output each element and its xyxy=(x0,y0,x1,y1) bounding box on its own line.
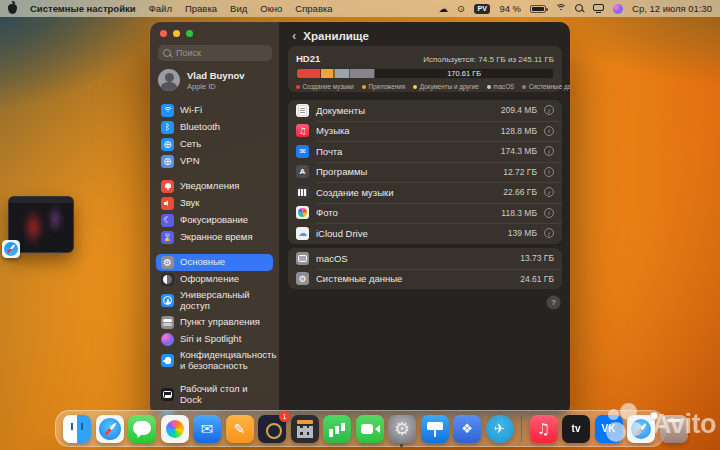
sidebar-search[interactable] xyxy=(158,45,272,61)
row-label: Фото xyxy=(316,207,338,218)
sidebar-item-privacy[interactable]: Конфиденциальность и безопасность xyxy=(156,348,273,374)
bell-icon xyxy=(161,180,174,193)
menu-clock[interactable]: Ср, 12 июля 01:30 xyxy=(632,3,712,14)
legend-label: Приложения xyxy=(368,83,405,90)
dock: ✉ ✎ 1 ⚙ ❖ ✈ ♫ tv VK xyxy=(55,410,665,447)
sidebar-item-label: Wi-Fi xyxy=(180,105,202,116)
dock-finder[interactable] xyxy=(63,415,91,443)
spotlight-search-icon[interactable] xyxy=(575,4,584,13)
sidebar-item-label: Фокусирование xyxy=(180,215,248,226)
dock-messages[interactable] xyxy=(128,415,156,443)
cloud-icon[interactable]: ☁ xyxy=(439,3,449,14)
safari-badge-icon[interactable] xyxy=(2,240,20,258)
info-icon[interactable]: i xyxy=(544,187,554,197)
dock-pages[interactable]: ✎ xyxy=(226,415,254,443)
legend-dot xyxy=(487,85,491,89)
dock-apple-tv[interactable]: tv xyxy=(562,415,590,443)
menu-edit[interactable]: Правка xyxy=(185,3,217,14)
dock-system-settings[interactable]: ⚙ xyxy=(388,415,416,443)
mail-icon: ✉ xyxy=(296,145,309,158)
row-size: 24.61 ГБ xyxy=(520,274,554,284)
row-label: Музыка xyxy=(316,125,350,136)
sidebar-item-siri-spotlight[interactable]: Siri и Spotlight xyxy=(156,331,273,348)
dock-keynote[interactable] xyxy=(421,415,449,443)
sidebar-item-bluetooth[interactable]: ᛒ Bluetooth xyxy=(156,119,273,136)
close-button[interactable] xyxy=(160,30,167,37)
desktop: Системные настройки Файл Правка Вид Окно… xyxy=(0,0,720,450)
row-macos: macOS 13.73 ГБ xyxy=(288,248,562,269)
sidebar-item-screentime[interactable]: ⌛ Экранное время xyxy=(156,229,273,246)
sidebar-item-notifications[interactable]: Уведомления xyxy=(156,178,273,195)
dock-music[interactable]: ♫ xyxy=(530,415,558,443)
macos-icon xyxy=(296,252,309,265)
settings-sidebar: Vlad Buynov Apple ID Wi-Fi ᛒ Bluetooth ⊕… xyxy=(150,22,280,416)
display-mirroring-icon[interactable] xyxy=(593,4,604,13)
back-chevron-icon[interactable]: ‹ xyxy=(292,29,296,42)
info-icon[interactable]: i xyxy=(544,167,554,177)
info-icon[interactable]: i xyxy=(544,146,554,156)
menu-file[interactable]: Файл xyxy=(149,3,172,14)
sidebar-item-label: Звук xyxy=(180,198,199,209)
sidebar-item-label: Конфиденциальность и безопасность xyxy=(180,350,276,372)
dock-blocks-app[interactable]: ❖ xyxy=(453,415,481,443)
wifi-status-icon[interactable] xyxy=(555,4,566,13)
storage-segment xyxy=(350,69,376,78)
search-icon xyxy=(163,49,172,58)
sidebar-item-accessibility[interactable]: Универсальный доступ xyxy=(156,288,273,314)
menu-view[interactable]: Вид xyxy=(230,3,247,14)
dock-photos[interactable] xyxy=(161,415,189,443)
moon-icon: ☾ xyxy=(161,214,174,227)
sidebar-item-general[interactable]: ⚙ Основные xyxy=(156,254,273,271)
sidebar-item-network[interactable]: ⊕ Сеть xyxy=(156,136,273,153)
sidebar-item-desktop-dock[interactable]: Рабочий стол и Dock xyxy=(156,382,273,408)
sidebar-item-vpn[interactable]: ⊕ VPN xyxy=(156,153,273,170)
info-icon[interactable]: i xyxy=(544,105,554,115)
menu-app-name[interactable]: Системные настройки xyxy=(30,3,136,14)
help-button[interactable]: ? xyxy=(547,296,560,309)
sidebar-item-wifi[interactable]: Wi-Fi xyxy=(156,102,273,119)
info-icon[interactable]: i xyxy=(544,126,554,136)
legend-dot xyxy=(522,85,526,89)
sidebar-item-label: VPN xyxy=(180,156,200,167)
minimize-button[interactable] xyxy=(173,30,180,37)
legend-dot xyxy=(296,85,300,89)
legend-label: Системные данные xyxy=(529,83,570,90)
pv-status-badge[interactable]: PV xyxy=(474,4,490,14)
accessibility-icon xyxy=(161,294,174,307)
dock-calculator[interactable] xyxy=(291,415,319,443)
sidebar-item-label: Сеть xyxy=(180,139,201,150)
menu-help[interactable]: Справка xyxy=(295,3,332,14)
gear-icon: ⚙ xyxy=(161,256,174,269)
apple-menu-icon[interactable] xyxy=(8,4,17,14)
dock-finance-app[interactable]: 1 xyxy=(258,415,286,443)
search-input[interactable] xyxy=(176,48,261,58)
dock-charts-app[interactable] xyxy=(323,415,351,443)
page-title: Хранилище xyxy=(303,30,369,42)
apple-id-profile[interactable]: Vlad Buynov Apple ID xyxy=(158,69,245,91)
sidebar-item-sound[interactable]: Звук xyxy=(156,195,273,212)
legend-label: Создание музыки xyxy=(303,83,354,90)
avito-watermark: Avito xyxy=(606,403,716,445)
speaker-icon xyxy=(161,197,174,210)
sidebar-item-focus[interactable]: ☾ Фокусирование xyxy=(156,212,273,229)
dock-safari[interactable] xyxy=(96,415,124,443)
row-size: 13.73 ГБ xyxy=(520,253,554,263)
battery-icon[interactable] xyxy=(530,5,546,13)
row-photos: Фото 118.3 МБ i xyxy=(288,203,562,224)
sidebar-item-appearance[interactable]: Оформление xyxy=(156,271,273,288)
dock-mail[interactable]: ✉ xyxy=(193,415,221,443)
siri-icon[interactable] xyxy=(613,4,623,14)
info-icon[interactable]: i xyxy=(544,208,554,218)
sidebar-item-label: Основные xyxy=(180,257,225,268)
sidebar-item-control-center[interactable]: Пункт управления xyxy=(156,314,273,331)
menu-window[interactable]: Окно xyxy=(260,3,282,14)
appstore-icon: A xyxy=(296,165,309,178)
row-label: iCloud Drive xyxy=(316,228,368,239)
record-icon[interactable]: ⊙ xyxy=(457,3,465,14)
dock-telegram[interactable]: ✈ xyxy=(486,415,514,443)
zoom-button[interactable] xyxy=(186,30,193,37)
row-size: 209.4 МБ xyxy=(501,105,537,115)
info-icon[interactable]: i xyxy=(544,228,554,238)
dock-facetime[interactable] xyxy=(356,415,384,443)
storage-pane: ‹ Хранилище HD21 Используется: 74.5 ГБ и… xyxy=(280,22,570,416)
